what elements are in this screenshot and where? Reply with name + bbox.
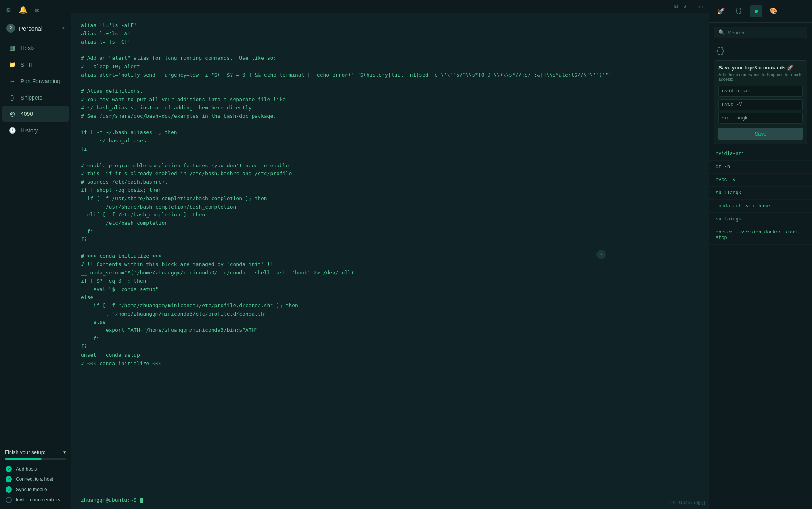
nav-label-4090: 4090	[21, 111, 33, 117]
collapse-button[interactable]: ›	[596, 250, 606, 259]
progress-fill	[5, 458, 42, 460]
sidebar-nav: ▦Hosts📁SFTP→Port Forwarding{}Snippets◎40…	[0, 36, 71, 445]
setup-chevron: ▾	[63, 449, 66, 455]
right-toolbar: 🚀 {} ● 🎨	[709, 0, 812, 23]
snippet-list-item-0[interactable]: nvidia-smi	[709, 147, 812, 161]
progress-bar	[5, 458, 66, 460]
main-terminal: ⧉ ∨ — ☐ alias ll='ls -alF' alias la='ls …	[71, 0, 709, 509]
setup-header[interactable]: Finish your setup: ▾	[5, 449, 66, 455]
nav-label-port-forwarding: Port Forwarding	[21, 78, 60, 84]
snippets-save-area: Save your top-3 commands 🚀 Add these com…	[714, 60, 807, 144]
personal-label: Personal	[19, 25, 42, 32]
settings-icon[interactable]: ⚙	[6, 6, 11, 14]
terminal-prompt-line: zhuangqm@ubuntu:~$	[71, 496, 709, 509]
snippet-list-item-5[interactable]: su laingk	[709, 213, 812, 226]
nav-label-snippets: Snippets	[21, 94, 42, 101]
setup-check: ✓	[6, 476, 12, 482]
snippet-save-input-2[interactable]	[718, 113, 803, 124]
setup-check: ✓	[6, 486, 12, 493]
snippet-list-item-3[interactable]: su liangk	[709, 187, 812, 200]
search-input[interactable]	[728, 30, 803, 36]
sidebar-item-snippets[interactable]: {}Snippets	[2, 90, 69, 105]
nav-icon-port-forwarding: →	[9, 78, 16, 84]
right-panel: 🚀 {} ● 🎨 🔍 {} Save your top-3 commands 🚀…	[709, 0, 812, 509]
snippet-save-input-1[interactable]	[718, 99, 803, 110]
split-icon[interactable]: ⧉	[674, 4, 678, 10]
sidebar-item-hosts[interactable]: ▦Hosts	[2, 40, 69, 56]
search-box: 🔍	[714, 27, 807, 38]
search-icon: 🔍	[718, 29, 725, 36]
personal-menu[interactable]: P Personal ▾	[0, 20, 71, 36]
setup-item-connect-to-a-host: ✓Connect to a host	[5, 474, 66, 484]
setup-check: ✓	[6, 466, 12, 472]
nav-label-history: History	[21, 127, 38, 134]
sidebar-item-history[interactable]: 🕐History	[2, 122, 69, 138]
sidebar: ⚙ 🔔 ✉ P Personal ▾ ▦Hosts📁SFTP→Port Forw…	[0, 0, 71, 509]
save-button[interactable]: Save	[718, 128, 803, 140]
setup-item-add-hosts: ✓Add hosts	[5, 464, 66, 474]
setup-panel: Finish your setup: ▾ ✓Add hosts✓Connect …	[0, 445, 71, 509]
rocket-icon[interactable]: 🚀	[715, 5, 728, 17]
snippets-active-icon[interactable]: ●	[750, 5, 762, 17]
sidebar-top-icons: ⚙ 🔔 ✉	[0, 0, 71, 20]
snippets-save-title: Save your top-3 commands 🚀	[718, 65, 803, 71]
watermark: CSDN @Kim.秦明	[670, 500, 705, 506]
nav-label-hosts: Hosts	[21, 45, 35, 51]
prompt-text: zhuangqm@ubuntu:~$	[81, 498, 136, 503]
minimize-icon[interactable]: —	[691, 4, 694, 10]
setup-item-invite-team-members: Invite team members	[5, 495, 66, 505]
nav-icon-snippets: {}	[9, 94, 16, 101]
avatar: P	[6, 24, 15, 33]
snippets-save-subtitle: Add these commands to Snippets for quick…	[718, 72, 803, 82]
maximize-icon[interactable]: ☐	[699, 3, 703, 10]
snippets-icon-area: {}	[709, 42, 812, 57]
snippet-list-item-2[interactable]: nvcc -V	[709, 174, 812, 187]
snippet-list-item-1[interactable]: df -h	[709, 161, 812, 174]
setup-label: Add hosts	[16, 466, 37, 472]
nav-icon-hosts: ▦	[9, 44, 16, 52]
snippets-panel: {} Save your top-3 commands 🚀 Add these …	[709, 42, 812, 509]
setup-label: Sync to mobile	[16, 487, 47, 492]
snippet-list-item-6[interactable]: docker --version,docker start-stop	[709, 226, 812, 245]
personal-chevron: ▾	[62, 26, 65, 31]
setup-label: Connect to a host	[16, 476, 53, 482]
mail-icon[interactable]: ✉	[35, 6, 40, 14]
sidebar-item-sftp[interactable]: 📁SFTP	[2, 57, 69, 73]
snippet-save-input-0[interactable]	[718, 86, 803, 97]
setup-item-sync-to-mobile: ✓Sync to mobile	[5, 484, 66, 495]
palette-icon[interactable]: 🎨	[767, 5, 780, 17]
dropdown-icon[interactable]: ∨	[683, 3, 686, 10]
nav-label-sftp: SFTP	[21, 61, 35, 68]
snippet-list-item-4[interactable]: conda activate base	[709, 200, 812, 213]
nav-icon-4090: ◎	[9, 110, 16, 117]
terminal-text: alias ll='ls -alF' alias la='ls -A' alia…	[81, 21, 699, 367]
setup-check	[6, 497, 12, 503]
code-icon[interactable]: {}	[732, 5, 745, 17]
sidebar-item-4090[interactable]: ◎4090	[2, 106, 69, 122]
setup-label: Invite team members	[16, 497, 60, 503]
nav-icon-sftp: 📁	[9, 61, 16, 68]
nav-icon-history: 🕐	[9, 127, 16, 134]
bell-icon[interactable]: 🔔	[19, 6, 27, 14]
snippets-braces-icon: {}	[716, 46, 725, 55]
setup-title: Finish your setup:	[5, 449, 46, 455]
sidebar-item-port-forwarding[interactable]: →Port Forwarding	[2, 73, 69, 89]
terminal-output: alias ll='ls -alF' alias la='ls -A' alia…	[71, 13, 709, 496]
terminal-cursor	[140, 498, 143, 503]
title-bar: ⧉ ∨ — ☐	[71, 0, 709, 13]
